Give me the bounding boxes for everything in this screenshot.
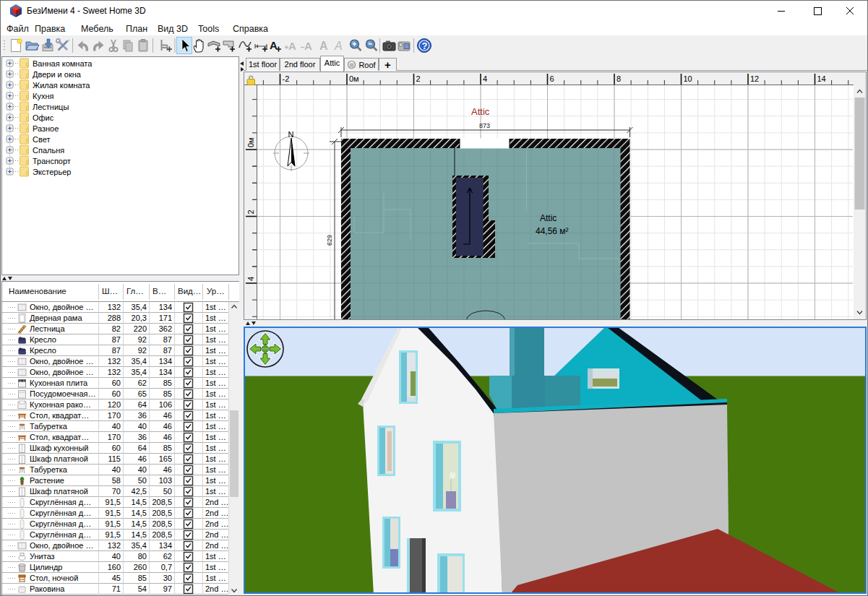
- svg-text:134: 134: [159, 541, 172, 550]
- svg-text:1st …: 1st …: [205, 476, 226, 485]
- svg-text:Табуретка: Табуретка: [30, 422, 68, 431]
- svg-text:Скруглённая д…: Скруглённая д…: [30, 509, 91, 517]
- svg-text:62: 62: [138, 379, 147, 387]
- svg-text:2nd …: 2nd …: [205, 509, 228, 517]
- svg-text:54: 54: [138, 584, 147, 593]
- svg-text:44,56 м²: 44,56 м²: [536, 226, 569, 236]
- svg-text:Скруглённая д…: Скруглённая д…: [30, 519, 91, 528]
- svg-text:Двери и окна: Двери и окна: [33, 70, 82, 79]
- svg-text:171: 171: [159, 314, 172, 322]
- svg-text:1st …: 1st …: [205, 444, 226, 452]
- svg-text:Шкаф платяной: Шкаф платяной: [30, 487, 88, 496]
- svg-text:Жилая комната: Жилая комната: [33, 81, 90, 90]
- svg-text:35,4: 35,4: [132, 357, 147, 366]
- svg-text:1st …: 1st …: [205, 324, 226, 333]
- svg-text:Стол, ночной: Стол, ночной: [30, 574, 78, 582]
- svg-text:1st …: 1st …: [205, 411, 226, 420]
- svg-text:58: 58: [112, 476, 121, 485]
- svg-text:85: 85: [163, 379, 172, 387]
- svg-text:N: N: [288, 130, 294, 139]
- svg-text:0,7: 0,7: [161, 563, 172, 571]
- svg-text:Спальня: Спальня: [33, 146, 64, 155]
- svg-text:Унитаз: Унитаз: [30, 552, 55, 561]
- svg-text:Стол, квадрат…: Стол, квадрат…: [30, 433, 89, 441]
- svg-text:1st …: 1st …: [205, 303, 226, 311]
- svg-text:97: 97: [163, 584, 172, 593]
- svg-text:1st …: 1st …: [205, 389, 226, 398]
- svg-text:46: 46: [163, 411, 172, 420]
- svg-text:Ванная комната: Ванная комната: [33, 59, 93, 68]
- svg-text:1st …: 1st …: [205, 314, 226, 322]
- svg-text:A: A: [334, 40, 343, 52]
- svg-text:35,4: 35,4: [132, 541, 147, 550]
- svg-text:132: 132: [108, 541, 121, 550]
- svg-text:Свет: Свет: [33, 135, 50, 144]
- svg-text:Лестница: Лестница: [30, 324, 65, 333]
- svg-text:115: 115: [108, 454, 121, 463]
- svg-text:87: 87: [112, 346, 121, 355]
- svg-text:134: 134: [159, 303, 172, 311]
- svg-text:42,5: 42,5: [132, 487, 147, 496]
- svg-text:46: 46: [163, 465, 172, 474]
- svg-text:40: 40: [112, 422, 121, 431]
- svg-text:91,5: 91,5: [106, 509, 121, 517]
- svg-text:12: 12: [750, 74, 759, 83]
- svg-text:50: 50: [163, 487, 172, 496]
- svg-text:2nd …: 2nd …: [205, 498, 228, 506]
- svg-text:1st …: 1st …: [205, 400, 226, 409]
- svg-text:0м: 0м: [246, 137, 255, 147]
- svg-text:64: 64: [138, 400, 147, 409]
- svg-text:1st …: 1st …: [205, 346, 226, 355]
- svg-text:1st …: 1st …: [205, 335, 226, 344]
- svg-text:92: 92: [138, 335, 147, 344]
- svg-text:4: 4: [246, 277, 255, 281]
- svg-text:208,5: 208,5: [152, 509, 172, 517]
- svg-text:60: 60: [112, 389, 121, 398]
- svg-text:Лестницы: Лестницы: [33, 103, 69, 111]
- svg-text:134: 134: [159, 368, 172, 376]
- svg-text:2nd …: 2nd …: [205, 584, 228, 593]
- svg-text:Attic: Attic: [471, 106, 490, 117]
- svg-text:Цилиндр: Цилиндр: [30, 563, 62, 571]
- svg-text:62: 62: [163, 552, 172, 561]
- svg-text:132: 132: [108, 368, 121, 376]
- svg-text:85: 85: [163, 389, 172, 398]
- svg-text:288: 288: [108, 314, 121, 322]
- svg-text:Скруглённая д…: Скруглённая д…: [30, 498, 91, 506]
- svg-text:A: A: [288, 40, 296, 52]
- svg-text:30: 30: [163, 574, 172, 582]
- svg-text:170: 170: [108, 433, 121, 441]
- svg-text:70: 70: [112, 487, 121, 496]
- svg-text:1st …: 1st …: [205, 379, 226, 387]
- svg-text:87: 87: [163, 335, 172, 344]
- svg-text:Офис: Офис: [33, 113, 54, 122]
- svg-text:?: ?: [422, 40, 428, 51]
- svg-text:87: 87: [163, 346, 172, 355]
- svg-text:Посудомоечная…: Посудомоечная…: [30, 389, 96, 398]
- svg-text:260: 260: [134, 563, 147, 571]
- svg-text:71: 71: [112, 584, 121, 593]
- svg-text:165: 165: [159, 454, 172, 463]
- svg-text:14: 14: [817, 74, 826, 83]
- svg-text:Кухонная рако…: Кухонная рако…: [30, 400, 91, 409]
- svg-text:46: 46: [163, 433, 172, 441]
- svg-text:2nd …: 2nd …: [205, 519, 228, 528]
- svg-text:Раковина: Раковина: [30, 584, 65, 593]
- svg-text:Стол, квадрат…: Стол, квадрат…: [30, 411, 89, 420]
- svg-text:208,5: 208,5: [152, 530, 172, 539]
- svg-text:170: 170: [108, 411, 121, 420]
- svg-text:91,5: 91,5: [106, 498, 121, 506]
- svg-text:Скруглённая д…: Скруглённая д…: [30, 530, 91, 539]
- svg-text:Растение: Растение: [30, 476, 64, 485]
- svg-text:A: A: [304, 40, 312, 52]
- svg-text:46: 46: [138, 454, 147, 463]
- svg-text:1st …: 1st …: [205, 422, 226, 431]
- svg-text:A: A: [319, 40, 328, 52]
- svg-text:362: 362: [159, 324, 172, 333]
- svg-text:45: 45: [112, 574, 121, 582]
- svg-text:Шкаф платяной: Шкаф платяной: [30, 454, 88, 463]
- svg-text:Дверная рама: Дверная рама: [30, 314, 82, 322]
- svg-text:91,5: 91,5: [106, 530, 121, 539]
- svg-text:106: 106: [159, 400, 172, 409]
- svg-text:85: 85: [138, 574, 147, 582]
